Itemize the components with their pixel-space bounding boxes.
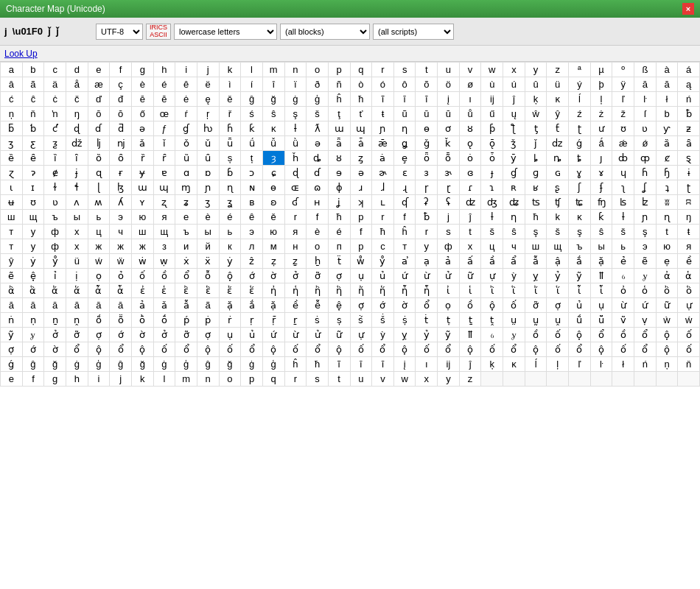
table-row[interactable]: ọ xyxy=(438,298,460,313)
table-row[interactable]: ɖ xyxy=(66,121,88,136)
table-row[interactable]: ħ xyxy=(372,225,394,239)
table-row[interactable]: ố xyxy=(416,342,438,357)
table-row[interactable]: ģ xyxy=(88,357,110,372)
table-row[interactable]: ĉ xyxy=(22,92,44,107)
table-row[interactable]: į xyxy=(393,357,416,372)
table-row[interactable]: ь xyxy=(88,210,110,225)
table-row[interactable]: ĸ xyxy=(503,357,525,372)
table-row[interactable]: v xyxy=(372,372,394,387)
table-row[interactable]: ʄ xyxy=(590,180,612,195)
table-row[interactable]: ộ xyxy=(219,269,241,283)
table-row[interactable]: ṹ xyxy=(569,313,591,328)
table-row[interactable]: ƀ xyxy=(678,107,700,121)
table-row[interactable]: t xyxy=(656,225,678,239)
table-row[interactable]: ʞ xyxy=(350,195,372,210)
table-row[interactable]: é xyxy=(328,225,350,239)
table-row[interactable]: ἴ xyxy=(525,283,547,298)
table-row[interactable]: ṽ xyxy=(612,313,634,328)
table-row[interactable]: ъ xyxy=(175,225,197,239)
table-row[interactable]: ř xyxy=(219,107,241,121)
table-row[interactable]: ṝ xyxy=(262,313,284,328)
table-row[interactable]: ğ xyxy=(262,92,284,107)
table-row[interactable]: ố xyxy=(284,342,307,357)
table-row[interactable]: ȋ xyxy=(66,151,88,166)
table-row[interactable]: ố xyxy=(547,342,569,357)
table-row[interactable]: ɹ xyxy=(350,180,372,195)
table-row[interactable]: ĳ xyxy=(481,92,503,107)
table-row[interactable]: ặ xyxy=(219,298,241,313)
table-row[interactable]: ṩ xyxy=(393,313,416,328)
table-row[interactable]: ǽ xyxy=(612,136,634,151)
table-row[interactable]: ġ xyxy=(241,357,263,372)
table-row[interactable]: ɥ xyxy=(612,166,634,180)
table-row[interactable]: ɿ xyxy=(481,180,503,195)
table-row[interactable]: к xyxy=(219,239,241,254)
table-row[interactable]: ẓ xyxy=(262,254,284,269)
table-row[interactable]: ự xyxy=(350,328,372,342)
table-row[interactable]: ĩ xyxy=(328,357,350,372)
table-row[interactable]: ʩ xyxy=(590,195,612,210)
table-row[interactable]: ɀ xyxy=(1,166,23,180)
table-row[interactable]: н xyxy=(284,239,307,254)
table-row[interactable]: õ xyxy=(416,77,438,92)
table-row[interactable]: ẏ xyxy=(22,254,44,269)
table-row[interactable]: ɠ xyxy=(175,121,197,136)
table-row[interactable]: ư xyxy=(590,121,612,136)
table-row[interactable]: ṷ xyxy=(547,313,569,328)
table-row[interactable]: ἧ xyxy=(416,283,438,298)
table-row[interactable]: ứ xyxy=(262,328,284,342)
table-row[interactable]: ъ xyxy=(44,210,66,225)
table-row[interactable]: ề xyxy=(284,298,307,313)
table-row[interactable]: ь xyxy=(219,225,241,239)
table-row[interactable]: á xyxy=(678,63,700,77)
table-row[interactable]: ɦ xyxy=(634,166,657,180)
table-row[interactable]: ƺ xyxy=(44,136,66,151)
table-row[interactable]: щ xyxy=(547,239,569,254)
table-row[interactable]: ứ xyxy=(393,269,416,283)
table-row[interactable]: ἥ xyxy=(372,283,394,298)
table-row[interactable]: ю xyxy=(131,210,153,225)
table-row[interactable]: ỡ xyxy=(175,328,197,342)
table-row[interactable]: a xyxy=(1,63,23,77)
table-row[interactable]: ʑ xyxy=(175,195,197,210)
table-row[interactable]: ɍ xyxy=(110,166,132,180)
table-row[interactable]: ð xyxy=(307,77,329,92)
table-row[interactable]: я xyxy=(678,239,700,254)
table-row[interactable]: ṑ xyxy=(131,313,153,328)
table-row[interactable]: ǎ xyxy=(131,136,153,151)
table-row[interactable]: ş xyxy=(569,225,591,239)
table-row[interactable]: ȗ xyxy=(197,151,219,166)
table-row[interactable]: w xyxy=(393,372,416,387)
table-row[interactable]: é xyxy=(219,210,241,225)
table-row[interactable]: ơ xyxy=(438,121,460,136)
table-row[interactable]: ữ xyxy=(328,328,350,342)
table-row[interactable]: ǎ xyxy=(153,298,175,313)
table-row[interactable]: ƶ xyxy=(678,121,700,136)
table-row[interactable]: ш xyxy=(131,225,153,239)
table-row[interactable]: z xyxy=(459,372,481,387)
table-row[interactable]: s xyxy=(438,225,460,239)
table-row[interactable]: ɏ xyxy=(131,166,153,180)
table-row[interactable]: ŗ xyxy=(197,107,219,121)
table-row[interactable]: ờ xyxy=(262,269,284,283)
table-row[interactable]: g xyxy=(131,63,153,77)
table-row[interactable]: ỿ xyxy=(503,328,525,342)
table-row[interactable]: ï xyxy=(284,77,307,92)
table-row[interactable]: u xyxy=(350,372,372,387)
table-row[interactable]: э xyxy=(634,239,657,254)
table-row[interactable]: ἢ xyxy=(307,283,329,298)
table-row[interactable]: ľ xyxy=(612,92,634,107)
table-row[interactable]: ā xyxy=(88,298,110,313)
table-row[interactable]: ƚ xyxy=(612,210,634,225)
table-row[interactable]: ʅ xyxy=(612,180,634,195)
table-row[interactable]: g xyxy=(44,372,66,387)
table-row[interactable]: ẇ xyxy=(131,254,153,269)
table-row[interactable]: ʍ xyxy=(88,195,110,210)
table-row[interactable]: ổ xyxy=(307,342,329,357)
table-row[interactable]: ĸ xyxy=(547,92,569,107)
table-row[interactable]: ă xyxy=(66,298,88,313)
table-row[interactable]: ö xyxy=(438,77,460,92)
table-row[interactable]: ἁ xyxy=(678,269,700,283)
table-row[interactable]: ɷ xyxy=(307,180,329,195)
table-row[interactable]: ὃ xyxy=(678,283,700,298)
